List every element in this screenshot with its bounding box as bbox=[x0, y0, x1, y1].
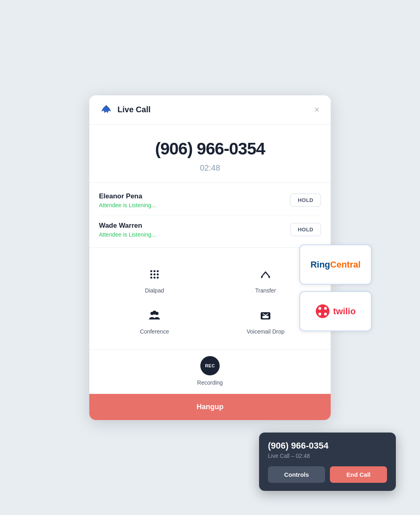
conference-label: Conference bbox=[140, 328, 169, 335]
popup-status: Live Call – 02:48 bbox=[268, 453, 387, 459]
dialpad-control[interactable]: Dialpad bbox=[99, 259, 210, 300]
hangup-button[interactable]: Hangup bbox=[89, 394, 331, 420]
voicemail-icon bbox=[257, 307, 274, 324]
header-title: Live Call bbox=[117, 105, 150, 114]
twilio-card[interactable]: twilio bbox=[299, 291, 372, 332]
popup-controls-button[interactable]: Controls bbox=[268, 466, 325, 483]
call-timer: 02:48 bbox=[99, 163, 321, 173]
voicemail-label: Voicemail Drop bbox=[247, 328, 284, 335]
attendee-info-wade: Wade Warren Attendee is Listening... bbox=[99, 222, 156, 238]
hold-button-wade[interactable]: HOLD bbox=[290, 223, 321, 236]
attendee-name: Eleanor Pena bbox=[99, 192, 156, 200]
attendee-info-eleanor: Eleanor Pena Attendee is Listening... bbox=[99, 192, 156, 208]
attendee-row: Eleanor Pena Attendee is Listening... HO… bbox=[99, 186, 321, 215]
app-logo-icon bbox=[99, 103, 113, 117]
ringcentral-ring-text: Ring bbox=[311, 260, 330, 270]
svg-point-3 bbox=[150, 273, 152, 275]
svg-point-18 bbox=[324, 307, 327, 310]
call-info-section: (906) 966-0354 02:48 bbox=[89, 125, 331, 183]
popup-phone-number: (906) 966-0354 bbox=[268, 441, 387, 451]
svg-point-4 bbox=[154, 273, 156, 275]
svg-point-7 bbox=[154, 276, 156, 278]
integration-cards: RingCentral twilio bbox=[299, 245, 372, 332]
phone-number: (906) 966-0354 bbox=[99, 139, 321, 159]
attendee-row: Wade Warren Attendee is Listening... HOL… bbox=[99, 215, 321, 244]
svg-point-20 bbox=[324, 313, 327, 315]
call-popup: (906) 966-0354 Live Call – 02:48 Control… bbox=[259, 433, 396, 491]
twilio-logo: twilio bbox=[315, 304, 356, 319]
conference-icon bbox=[146, 307, 163, 324]
popup-actions: Controls End Call bbox=[268, 466, 387, 483]
attendee-status: Attendee is Listening... bbox=[99, 231, 156, 238]
card-header: Live Call × bbox=[89, 95, 331, 125]
close-button[interactable]: × bbox=[313, 104, 321, 116]
ringcentral-central-text: Central bbox=[330, 260, 361, 270]
recording-label: Recording bbox=[197, 379, 223, 386]
hold-button-eleanor[interactable]: HOLD bbox=[290, 194, 321, 207]
svg-point-1 bbox=[154, 270, 156, 272]
dialpad-label: Dialpad bbox=[145, 287, 164, 294]
ringcentral-card[interactable]: RingCentral bbox=[299, 245, 372, 285]
svg-point-16 bbox=[316, 305, 329, 318]
attendee-name: Wade Warren bbox=[99, 222, 156, 230]
svg-point-8 bbox=[157, 276, 159, 278]
svg-point-6 bbox=[150, 276, 152, 278]
svg-rect-15 bbox=[264, 316, 268, 318]
main-call-card: Live Call × (906) 966-0354 02:48 Eleanor… bbox=[89, 95, 331, 420]
attendees-section: Eleanor Pena Attendee is Listening... HO… bbox=[89, 183, 331, 248]
conference-control[interactable]: Conference bbox=[99, 300, 210, 341]
transfer-label: Transfer bbox=[255, 287, 276, 294]
rec-badge[interactable]: REC bbox=[200, 356, 220, 375]
svg-point-11 bbox=[152, 311, 156, 315]
svg-point-2 bbox=[157, 270, 159, 272]
twilio-icon bbox=[315, 304, 330, 319]
svg-point-0 bbox=[150, 270, 152, 272]
controls-grid: Dialpad Transfer bbox=[89, 248, 331, 350]
svg-point-5 bbox=[157, 273, 159, 275]
svg-point-17 bbox=[318, 307, 321, 310]
attendee-status: Attendee is Listening... bbox=[99, 202, 156, 208]
header-left: Live Call bbox=[99, 103, 150, 117]
svg-point-19 bbox=[318, 313, 321, 315]
recording-section: REC Recording bbox=[89, 350, 331, 394]
dialpad-icon bbox=[146, 266, 163, 283]
transfer-icon bbox=[257, 266, 274, 283]
twilio-text: twilio bbox=[333, 306, 356, 317]
popup-end-call-button[interactable]: End Call bbox=[330, 466, 387, 483]
